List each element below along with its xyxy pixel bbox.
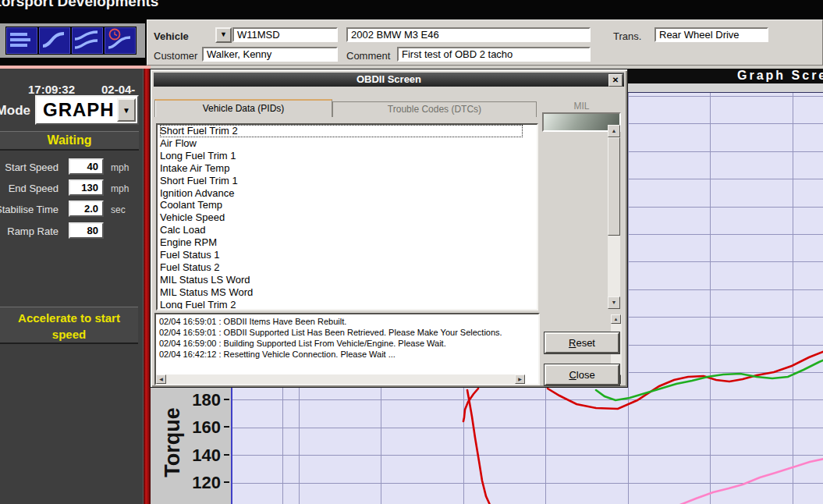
obdii-dialog: OBDII Screen ✕ Vehicle Data (PIDs) Troub… [150, 69, 628, 388]
app-title: Motorsport Developments [0, 0, 158, 10]
tab-vehicle-data-pids[interactable]: Vehicle Data (PIDs) [154, 99, 332, 117]
vehicle-dropdown-button[interactable]: ▼ [215, 27, 232, 43]
close-button[interactable]: Close [545, 364, 619, 385]
chevron-down-icon[interactable]: ▼ [117, 98, 136, 122]
curve-red-abort [467, 390, 490, 504]
trans-input[interactable]: Rear Wheel Drive [654, 27, 768, 42]
reset-button[interactable]: Reset [545, 332, 619, 353]
comment-input[interactable]: First test of OBD 2 tacho [397, 47, 591, 62]
log-line: 02/04 16:59:01 : OBDII Items Have Been R… [159, 316, 524, 327]
vehicle-info-bar: Vehicle ▼ W11MSD 2002 BMW M3 E46 Trans. … [147, 20, 823, 66]
scroll-up-icon[interactable]: ▲ [611, 314, 621, 324]
mode-label: Mode [0, 103, 30, 119]
toolbar [0, 23, 145, 58]
dialog-titlebar[interactable]: OBDII Screen ✕ [154, 73, 624, 87]
pid-list-item[interactable]: Short Fuel Trim 1 [160, 175, 523, 187]
curve-green-torque [596, 360, 823, 400]
start-speed-input[interactable]: 40 [69, 158, 104, 175]
pid-list-item[interactable]: Vehicle Speed [160, 211, 523, 224]
pid-list-item[interactable]: Air Flow [160, 137, 523, 150]
pid-list-item[interactable]: Fuel Status 1 [160, 249, 523, 261]
curve-icon[interactable] [38, 27, 71, 55]
ramp-rate-label: Ramp Rate [7, 225, 59, 237]
status-badge: Waiting [0, 131, 139, 151]
graph-title: Graph Screen [737, 69, 823, 83]
pid-scrollbar[interactable]: ▲ ▼ [608, 125, 620, 309]
log-line: 02/04 16:59:00 : Building Supported List… [159, 338, 524, 349]
scroll-down-icon[interactable]: ▼ [608, 296, 620, 309]
clock-curve-icon[interactable] [104, 27, 137, 55]
instruction-message: Accelerate to start speed [0, 307, 138, 344]
pid-list-item[interactable]: MIL Status LS Word [160, 274, 523, 286]
mode-select[interactable]: GRAPH ▼ [35, 95, 139, 125]
log-line: 02/04 16:42:12 : Resetting Vehicle Conne… [159, 349, 524, 360]
app-window: Motorsport Developments [0, 0, 823, 504]
vehicle-desc-input[interactable]: 2002 BMW M3 E46 [346, 27, 591, 42]
ytick-dash [224, 399, 229, 400]
curve-pink-power [680, 459, 823, 504]
scrollbar-thumb[interactable] [608, 137, 620, 236]
pid-list-item[interactable]: Intake Air Temp [160, 162, 523, 175]
pid-list-item[interactable]: MIL Status MS Word [160, 286, 523, 299]
log-horizontal-scrollbar[interactable]: ◀ ▶ [156, 374, 525, 384]
ytick-dash [224, 426, 229, 428]
tab-trouble-codes-dtcs[interactable]: Trouble Codes (DTCs) [332, 101, 537, 117]
ytick-dash [224, 454, 229, 456]
start-speed-label: Start Speed [5, 161, 59, 173]
end-speed-unit: mph [111, 183, 129, 194]
scroll-right-icon[interactable]: ▶ [515, 374, 525, 384]
customer-label: Customer [154, 50, 197, 62]
end-speed-label: End Speed [9, 183, 59, 194]
scroll-left-icon[interactable]: ◀ [156, 374, 166, 384]
start-speed-unit: mph [111, 162, 129, 173]
scroll-up-icon[interactable]: ▲ [608, 125, 620, 137]
clock-time: 17:09:32 [28, 83, 75, 96]
pid-list-item[interactable]: Short Fuel Trim 2 [160, 125, 523, 137]
pid-list-item[interactable]: Coolant Temp [160, 199, 523, 211]
comment-label: Comment [346, 50, 390, 62]
left-control-panel: 17:09:32 02-04-13 Mode GRAPH ▼ Waiting S… [0, 66, 151, 504]
end-speed-input[interactable]: 130 [69, 179, 104, 196]
mil-label: MIL [542, 101, 621, 112]
vehicle-label: Vehicle [154, 30, 189, 42]
close-icon[interactable]: ✕ [608, 74, 623, 87]
stabilise-time-unit: sec [111, 204, 126, 215]
stabilise-time-input[interactable]: 2.0 [69, 201, 104, 217]
stabilise-time-label: Stabilise Time [0, 204, 59, 215]
pid-list-item[interactable]: Ignition Advance [160, 187, 523, 200]
trans-label: Trans. [613, 30, 641, 42]
pid-list-item[interactable]: Long Fuel Trim 2 [160, 299, 523, 311]
pid-list-item[interactable]: Calc Load [160, 224, 523, 236]
customer-input[interactable]: Walker, Kenny [202, 47, 338, 62]
vehicle-id-input[interactable]: W11MSD [232, 27, 338, 42]
ytick-dash [224, 481, 229, 483]
dual-curve-icon[interactable] [71, 27, 104, 55]
log-line: 02/04 16:59:01 : OBDII Supported List Ha… [159, 327, 524, 338]
pid-list-item[interactable]: Long Fuel Trim 1 [160, 150, 523, 162]
pid-list-item[interactable]: Engine RPM [160, 236, 523, 249]
ramp-rate-input[interactable]: 80 [69, 222, 104, 239]
dialog-title: OBDII Screen [154, 73, 624, 85]
mode-value: GRAPH [43, 99, 115, 121]
lines-icon[interactable] [5, 27, 38, 55]
pid-listbox[interactable]: Short Fuel Trim 2Air FlowLong Fuel Trim … [156, 123, 538, 311]
pid-list-item[interactable]: Fuel Status 2 [160, 261, 523, 274]
